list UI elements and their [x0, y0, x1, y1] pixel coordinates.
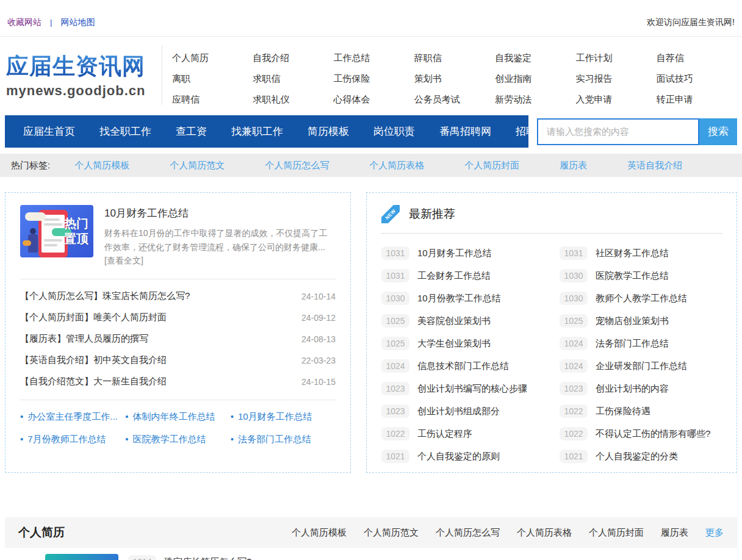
navbar-item[interactable]: 应届生首页: [11, 124, 87, 138]
header-category-link[interactable]: 求职礼仪: [253, 89, 333, 110]
navbar-item[interactable]: 番禺招聘网: [427, 124, 503, 138]
search-button[interactable]: 搜索: [699, 118, 737, 145]
screen-line: [44, 239, 62, 242]
navbar-item[interactable]: 岗位职责: [361, 124, 427, 138]
navbar-item[interactable]: 查工资: [164, 124, 219, 138]
hot-top-badge: 热门 置顶: [64, 216, 88, 246]
favorite-site-link[interactable]: 收藏网站: [7, 17, 41, 28]
header-category-link[interactable]: 自我鉴定: [495, 48, 575, 68]
header-category-link[interactable]: 辞职信: [414, 48, 495, 68]
hot-tag-link[interactable]: 个人简历模板: [74, 160, 129, 171]
header-category-link[interactable]: 工伤保险: [334, 68, 414, 89]
recommend-link[interactable]: 不得认定工伤的情形有哪些?: [596, 428, 710, 440]
header-category-link[interactable]: 心得体会: [334, 89, 414, 110]
recommend-link[interactable]: 法务部门工作总结: [596, 338, 669, 350]
recommend-link[interactable]: 个人自我鉴定的原则: [417, 451, 500, 462]
item-number-badge: 1024: [560, 337, 588, 350]
site-logo[interactable]: 应届生资讯网 mynews.goodjob.cn: [5, 45, 162, 105]
hot-tag-link[interactable]: 履历表: [560, 160, 587, 171]
read-more-link[interactable]: [查看全文]: [104, 256, 143, 267]
recommend-link[interactable]: 美容院创业策划书: [417, 315, 491, 327]
recommend-link[interactable]: 信息技术部门工作总结: [417, 361, 509, 372]
navbar-item[interactable]: 找全职工作: [87, 124, 164, 138]
navbar-item[interactable]: 简历模板: [295, 124, 361, 138]
hot-tag-link[interactable]: 个人简历表格: [369, 160, 424, 171]
resume-section-link[interactable]: 个人简历表格: [517, 527, 572, 539]
recommend-link[interactable]: 10月份教学工作总结: [417, 293, 501, 304]
resume-item-link[interactable]: 珠宝店长简历怎么写?: [164, 556, 251, 560]
resume-section-link[interactable]: 个人简历怎么写: [436, 527, 500, 539]
article-link[interactable]: 【英语自我介绍】初中英文自我介绍: [20, 354, 167, 366]
article-link[interactable]: 【个人简历封面】唯美个人简历封面: [20, 312, 167, 323]
article-row: 【履历表】管理人员履历的撰写 24-08-13: [20, 328, 336, 350]
header-category-link[interactable]: 求职信: [253, 68, 333, 89]
recommend-column-right: 1031 社区财务工作总结 1030 医院教学工作总结 1030 教师个人教学工…: [560, 246, 722, 472]
header-category-link[interactable]: 公务员考试: [414, 89, 495, 110]
resume-section-link[interactable]: 个人简历范文: [364, 527, 419, 539]
recommend-link[interactable]: 宠物店创业策划书: [596, 315, 669, 327]
resume-item-thumbnail[interactable]: [45, 554, 118, 560]
related-tag-link[interactable]: 10月财务工作总结: [231, 411, 336, 423]
recommend-link[interactable]: 工伤认定程序: [417, 428, 472, 440]
recommend-link[interactable]: 创业计划书的内容: [596, 383, 669, 395]
logo-title: 应届生资讯网: [6, 51, 162, 82]
search-input[interactable]: [537, 118, 699, 145]
resume-section-link[interactable]: 个人简历封面: [589, 527, 644, 539]
bag-shape: [23, 240, 31, 246]
hot-tag-link[interactable]: 英语自我介绍: [627, 160, 682, 171]
article-link[interactable]: 【个人简历怎么写】珠宝店长简历怎么写?: [20, 290, 190, 302]
recommend-link[interactable]: 工伤保险待遇: [596, 406, 650, 417]
header-category-link[interactable]: 自我介绍: [253, 48, 333, 68]
related-tag-link[interactable]: 体制内年终工作总结: [125, 411, 230, 423]
header-category-link[interactable]: 工作计划: [575, 48, 656, 68]
resume-section-links: 个人简历模板个人简历范文个人简历怎么写个人简历表格个人简历封面履历表: [292, 527, 688, 539]
recommend-link[interactable]: 10月财务工作总结: [417, 248, 492, 259]
hot-tag-bar: 热门标签: 个人简历模板个人简历范文个人简历怎么写个人简历表格个人简历封面履历表…: [0, 154, 742, 177]
recommend-link[interactable]: 教师个人教学工作总结: [596, 293, 687, 304]
related-tag-link[interactable]: 医院教学工作总结: [125, 434, 230, 445]
item-number-badge: 1025: [560, 314, 588, 328]
header-category-link[interactable]: 策划书: [414, 68, 495, 89]
item-number-badge: 1023: [381, 382, 409, 395]
item-number-badge: 1022: [560, 427, 588, 440]
speech-bubble-shape: [25, 212, 46, 221]
item-number-badge: 1030: [560, 269, 588, 282]
recommend-link[interactable]: 工会财务工作总结: [417, 270, 491, 282]
header-category-link[interactable]: 创业指南: [495, 68, 575, 89]
recommend-link[interactable]: 社区财务工作总结: [596, 248, 669, 259]
recommend-link[interactable]: 大学生创业策划书: [417, 338, 491, 350]
related-tag-link[interactable]: 7月份教师工作总结: [20, 434, 125, 445]
header-category-link[interactable]: 面试技巧: [657, 68, 737, 89]
header-category-link[interactable]: 转正申请: [657, 89, 737, 110]
header-category-link[interactable]: 工作总结: [334, 48, 414, 68]
sitemap-link[interactable]: 网站地图: [60, 17, 95, 28]
related-tag-link[interactable]: 法务部门工作总结: [231, 434, 336, 445]
article-link[interactable]: 【自我介绍范文】大一新生自我介绍: [20, 376, 167, 387]
navbar-item[interactable]: 找兼职工作: [219, 124, 295, 138]
article-link[interactable]: 【履历表】管理人员履历的撰写: [20, 333, 148, 345]
header-category-link[interactable]: 应聘信: [172, 89, 253, 110]
recommend-link[interactable]: 创业计划书组成部分: [417, 406, 500, 417]
recommend-link[interactable]: 医院教学工作总结: [596, 270, 669, 282]
topbar-divider: |: [50, 18, 52, 27]
featured-title[interactable]: 10月财务工作总结: [104, 206, 336, 220]
header-category-link[interactable]: 实习报告: [575, 68, 656, 89]
header-category-link[interactable]: 自荐信: [657, 48, 737, 68]
related-tag-link[interactable]: 办公室主任季度工作...: [20, 411, 125, 423]
hot-tag-link[interactable]: 个人简历怎么写: [265, 160, 329, 171]
hot-top-thumbnail[interactable]: 热门 置顶: [20, 205, 93, 257]
more-link[interactable]: 更多: [705, 527, 724, 539]
header-category-link[interactable]: 新劳动法: [495, 89, 575, 110]
logo-domain: mynews.goodjob.cn: [6, 83, 162, 99]
header-category-link[interactable]: 入党申请: [575, 89, 656, 110]
resume-section-link[interactable]: 履历表: [661, 527, 688, 539]
hot-tag-link[interactable]: 个人简历范文: [170, 160, 225, 171]
header-category-link[interactable]: 个人简历: [172, 48, 253, 68]
recommend-link[interactable]: 个人自我鉴定的分类: [596, 451, 678, 462]
recommend-item: 1024 信息技术部门工作总结: [381, 359, 544, 373]
resume-section-link[interactable]: 个人简历模板: [292, 527, 347, 539]
header-category-link[interactable]: 离职: [172, 68, 253, 89]
recommend-link[interactable]: 创业计划书编写的核心步骤: [417, 383, 527, 395]
recommend-link[interactable]: 企业研发部门工作总结: [596, 361, 687, 372]
hot-tag-link[interactable]: 个人简历封面: [464, 160, 519, 171]
